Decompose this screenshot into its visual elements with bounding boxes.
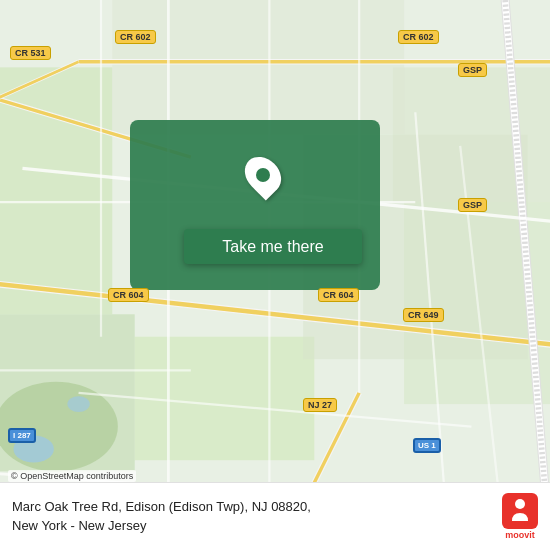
road-badge-nj27: NJ 27 <box>303 398 337 412</box>
location-card <box>130 120 380 290</box>
moovit-icon <box>502 493 538 529</box>
map-container: Take me there CR 531 CR 602 CR 602 CR 60… <box>0 0 550 550</box>
address-text: Marc Oak Tree Rd, Edison (Edison Twp), N… <box>12 498 492 534</box>
moovit-logo[interactable]: moovit <box>502 493 538 540</box>
svg-point-40 <box>515 499 525 509</box>
map-pin-container <box>247 155 279 195</box>
address-line1: Marc Oak Tree Rd, Edison (Edison Twp), N… <box>12 499 311 514</box>
svg-point-8 <box>67 396 89 412</box>
svg-rect-39 <box>502 493 538 529</box>
take-me-there-button[interactable]: Take me there <box>184 229 362 264</box>
svg-point-42 <box>524 521 528 525</box>
road-badge-cr602-left: CR 602 <box>115 30 156 44</box>
osm-attribution: © OpenStreetMap contributors <box>8 470 136 482</box>
highway-shield-us1: US 1 <box>413 438 441 453</box>
address-line2: New York - New Jersey <box>12 518 146 533</box>
svg-point-41 <box>512 521 516 525</box>
svg-rect-4 <box>135 337 315 460</box>
highway-shield-287: I 287 <box>8 428 36 443</box>
bottom-bar: Marc Oak Tree Rd, Edison (Edison Twp), N… <box>0 482 550 550</box>
road-badge-cr531: CR 531 <box>10 46 51 60</box>
map-pin-inner <box>256 168 270 182</box>
button-label: Take me there <box>222 238 323 256</box>
moovit-text: moovit <box>505 530 535 540</box>
road-badge-cr602-right: CR 602 <box>398 30 439 44</box>
road-badge-cr649: CR 649 <box>403 308 444 322</box>
road-badge-cr604-right: CR 604 <box>318 288 359 302</box>
road-badge-gsp-top: GSP <box>458 63 487 77</box>
road-badge-gsp-mid: GSP <box>458 198 487 212</box>
road-badge-cr604-left: CR 604 <box>108 288 149 302</box>
